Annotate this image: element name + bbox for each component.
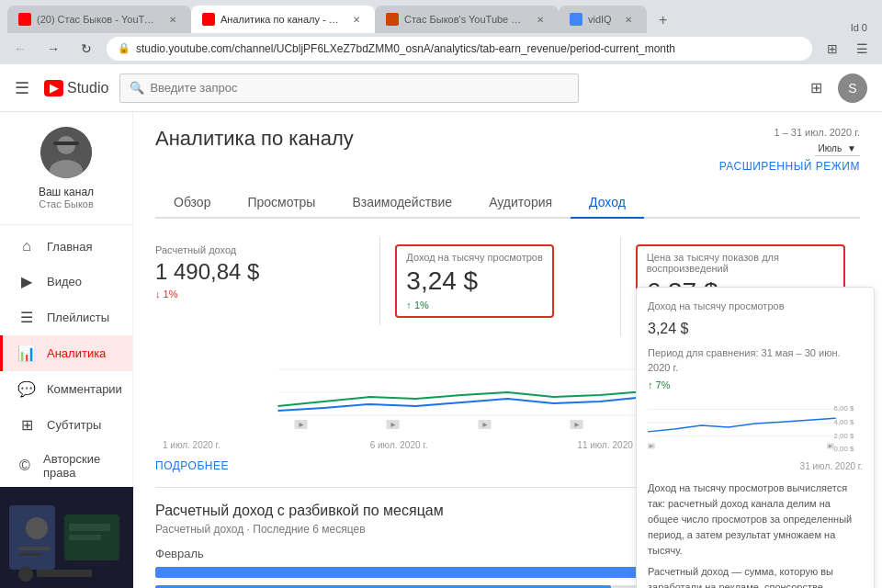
browser-actions: ⊞ ☰ [820, 36, 875, 62]
sidebar-label-playlists: Плейлисты [47, 311, 109, 324]
tab-favicon-1 [18, 13, 31, 26]
tab-close-3[interactable]: ✕ [533, 12, 548, 27]
browser-tab-3[interactable]: Стас Быков's YouTube Stats (Su... ✕ [375, 6, 559, 33]
tab-close-2[interactable]: ✕ [349, 12, 364, 27]
month-label: Июль [819, 143, 842, 153]
tab-favicon-3 [386, 13, 399, 26]
user-profile: Ваш канал Стас Быков [0, 112, 132, 225]
refresh-button[interactable]: ↻ [74, 36, 99, 62]
sidebar-label-subtitles: Субтитры [47, 418, 101, 432]
youtube-icon: ▶ [44, 80, 63, 96]
url-bar[interactable]: 🔒 studio.youtube.com/channel/UCbljPF6LXe… [107, 37, 812, 61]
tab-overview[interactable]: Обзор [155, 187, 229, 219]
tab-revenue[interactable]: Доход [571, 187, 644, 219]
tab-close-1[interactable]: ✕ [165, 12, 180, 27]
tab-views[interactable]: Просмотры [229, 187, 334, 219]
svg-text:2,00 $: 2,00 $ [834, 432, 854, 440]
browser-chrome: (20) Стас Быков - YouTube ✕ Аналитика по… [0, 0, 882, 64]
yt-logo: ▶ Studio [44, 80, 108, 96]
avatar-svg [40, 127, 92, 178]
tab-close-4[interactable]: ✕ [621, 12, 636, 27]
comments-icon: 💬 [17, 380, 36, 398]
info-panel-change: ↑ 7% [648, 378, 863, 393]
sidebar-item-playlists[interactable]: ☰ Плейлисты [0, 300, 132, 335]
extension-icon-2[interactable]: ☰ [849, 36, 875, 62]
info-panel-chart-svg: 6,00 $ 4,00 $ 2,00 $ 0,00 $ [648, 400, 863, 455]
bottom-video-svg [0, 487, 133, 588]
sidebar-item-copyright[interactable]: © Авторские права [0, 443, 132, 489]
metric-highlighted-box: Доход на тысячу просмотров 3,24 $ ↑ 1% [395, 244, 553, 318]
header-icons: ⊞ S [801, 74, 867, 103]
tab-engagement[interactable]: Взаимодействие [334, 187, 470, 219]
chart-label-2: 6 июл. 2020 г. [370, 440, 428, 450]
copyright-icon: © [17, 458, 32, 474]
sidebar-label-comments: Комментарии [47, 382, 122, 396]
sidebar-label-home: Главная [47, 240, 92, 254]
main-container: Ваш канал Стас Быков ⌂ Главная ▶ Видео ☰… [0, 112, 882, 588]
info-panel-label: Доход на тысячу просмотров [648, 299, 784, 314]
tab-label-1: (20) Стас Быков - YouTube [37, 14, 156, 25]
studio-text: Studio [67, 80, 108, 96]
chart-label-3: 11 июл. 2020 г. [577, 440, 639, 450]
channel-subtitle: Стас Быков [39, 198, 94, 209]
url-text: studio.youtube.com/channel/UCbljPF6LXeZ7… [136, 42, 675, 55]
lock-icon: 🔒 [118, 42, 130, 55]
metric-estimated-value: 1 490,84 $ [155, 259, 365, 285]
bottom-video [0, 487, 133, 588]
videos-icon: ▶ [17, 273, 36, 290]
svg-text:6,00 $: 6,00 $ [834, 404, 854, 413]
sidebar-item-analytics[interactable]: 📊 Аналитика [0, 335, 132, 371]
date-selector: 1 – 31 июл. 2020 г. Июль ▼ РАСШИРЕННЫЙ Р… [719, 127, 860, 173]
analytics-header: Аналитика по каналу 1 – 31 июл. 2020 г. … [155, 127, 860, 173]
back-button[interactable]: ← [7, 36, 33, 62]
tab-audience[interactable]: Аудитория [470, 187, 571, 219]
tab-label-4: vidIQ [588, 14, 612, 25]
sidebar-item-home[interactable]: ⌂ Главная [0, 229, 132, 264]
svg-rect-11 [69, 535, 101, 540]
user-icon[interactable]: S [838, 74, 867, 103]
new-tab-button[interactable]: + [650, 7, 676, 33]
info-text-1: Доход на тысячу просмотров вычисляется т… [648, 481, 863, 559]
svg-text:4,00 $: 4,00 $ [834, 418, 854, 426]
revenue-bar-1 [155, 567, 694, 578]
apps-icon[interactable]: ⊞ [801, 74, 831, 103]
sidebar-item-videos[interactable]: ▶ Видео [0, 264, 132, 300]
browser-tab-1[interactable]: (20) Стас Быков - YouTube ✕ [7, 6, 191, 33]
extension-icon-1[interactable]: ⊞ [820, 36, 845, 62]
playlists-icon: ☰ [17, 309, 36, 326]
sidebar-item-comments[interactable]: 💬 Комментарии [0, 371, 132, 407]
metric-rpm-label: Доход на тысячу просмотров [406, 252, 542, 263]
tab-favicon-4 [570, 13, 582, 26]
svg-rect-10 [69, 524, 110, 531]
channel-title: Ваш канал [39, 186, 94, 198]
search-input[interactable] [150, 81, 569, 95]
avatar [40, 127, 92, 178]
sidebar-label-videos: Видео [47, 275, 82, 288]
tab-label-2: Аналитика по каналу - YouT... [220, 14, 340, 25]
metric-rpm-value: 3,24 $ [406, 266, 542, 296]
svg-rect-9 [18, 553, 41, 556]
svg-point-7 [26, 517, 48, 539]
tab-bar: (20) Стас Быков - YouTube ✕ Аналитика по… [0, 0, 882, 33]
metric-estimated-label: Расчетный доход [155, 244, 365, 255]
browser-tab-4[interactable]: vidIQ ✕ [559, 6, 647, 33]
info-panel-period: Период для сравнения: 31 мая – 30 июн. 2… [648, 345, 863, 376]
sidebar-item-subtitles[interactable]: ⊞ Субтитры [0, 407, 132, 443]
svg-point-12 [18, 567, 33, 582]
home-icon: ⌂ [17, 238, 36, 254]
sidebar: Ваш канал Стас Быков ⌂ Главная ▶ Видео ☰… [0, 112, 133, 588]
month-select[interactable]: Июль ▼ [815, 141, 860, 156]
date-range: 1 – 31 июл. 2020 г. [774, 127, 860, 138]
hamburger-menu[interactable]: ☰ [15, 78, 29, 98]
metric-cpm-label: Цена за тысячу показов для воспроизведен… [647, 252, 834, 274]
info-text-2: Расчетный доход — сумма, которую вы зара… [648, 564, 863, 588]
forward-button[interactable]: → [40, 36, 66, 62]
info-panel-chart: 6,00 $ 4,00 $ 2,00 $ 0,00 $ 31 июл. 2020… [648, 400, 863, 473]
search-bar[interactable]: 🔍 [119, 74, 579, 103]
advanced-mode-button[interactable]: РАСШИРЕННЫЙ РЕЖИМ [719, 160, 860, 173]
info-panel-header: Доход на тысячу просмотров [648, 299, 863, 314]
browser-tab-2[interactable]: Аналитика по каналу - YouT... ✕ [191, 6, 375, 33]
svg-rect-13 [37, 570, 92, 577]
analytics-icon: 📊 [17, 345, 36, 362]
address-bar: ← → ↻ 🔒 studio.youtube.com/channel/UCblj… [0, 33, 882, 64]
